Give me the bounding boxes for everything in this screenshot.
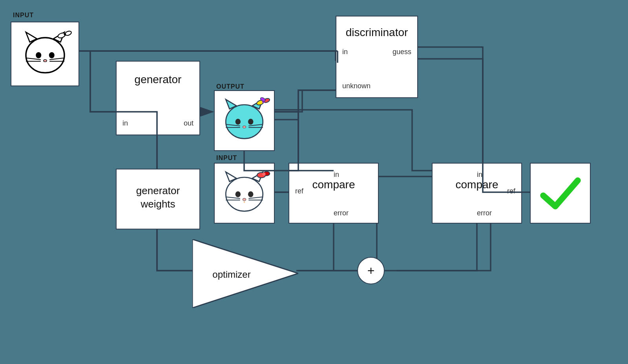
svg-point-36 (236, 191, 241, 197)
compare2-error-port: error (477, 209, 492, 217)
generator-in-port: in (122, 119, 128, 127)
discriminator-unknown-port: unknown (342, 82, 371, 90)
compare2-in-port: in (477, 171, 482, 179)
svg-point-9 (36, 52, 41, 58)
discriminator-node: discriminator in guess unknown (336, 16, 418, 98)
checkmark-node (530, 163, 591, 224)
generator-out-port: out (184, 119, 194, 127)
svg-point-24 (248, 119, 254, 125)
svg-point-7 (64, 30, 72, 36)
svg-point-30 (226, 177, 263, 211)
svg-point-37 (248, 191, 254, 197)
svg-point-16 (226, 105, 263, 138)
plus-symbol: + (367, 264, 375, 278)
svg-point-10 (49, 52, 54, 58)
input2-label: INPUT (214, 154, 239, 162)
generator-label: generator (117, 73, 199, 86)
svg-point-38 (243, 198, 246, 201)
input-label: INPUT (11, 11, 36, 20)
plus-node: + (357, 257, 385, 284)
discriminator-in-port: in (342, 48, 348, 56)
discriminator-label: discriminator (336, 26, 417, 39)
svg-point-23 (236, 119, 241, 125)
svg-point-11 (43, 60, 46, 62)
svg-point-35 (262, 173, 265, 176)
compare1-error-port: error (334, 209, 349, 217)
svg-text:optimizer: optimizer (212, 269, 250, 280)
compare2-ref-port: ref (507, 187, 515, 195)
svg-point-3 (26, 38, 64, 73)
generator-weights-label: generatorweights (117, 184, 199, 211)
svg-point-6 (57, 32, 66, 38)
generated-image (214, 90, 275, 151)
svg-point-39 (243, 201, 245, 203)
compare1-ref-port: ref (295, 187, 303, 195)
compare1-in-port: in (334, 171, 339, 179)
compare1-node: compare in ref error (288, 163, 379, 224)
target-image (214, 163, 275, 224)
output-label: OUTPUT (214, 82, 247, 91)
generator-node: generator in out (116, 61, 200, 135)
optimizer-node: optimizer (192, 239, 298, 308)
generator-weights-node: generatorweights (116, 169, 200, 229)
compare2-node: compare in ref error (432, 163, 522, 224)
discriminator-guess-port: guess (392, 48, 411, 56)
svg-point-8 (64, 33, 66, 35)
input-image (11, 22, 79, 86)
svg-point-25 (243, 126, 246, 128)
